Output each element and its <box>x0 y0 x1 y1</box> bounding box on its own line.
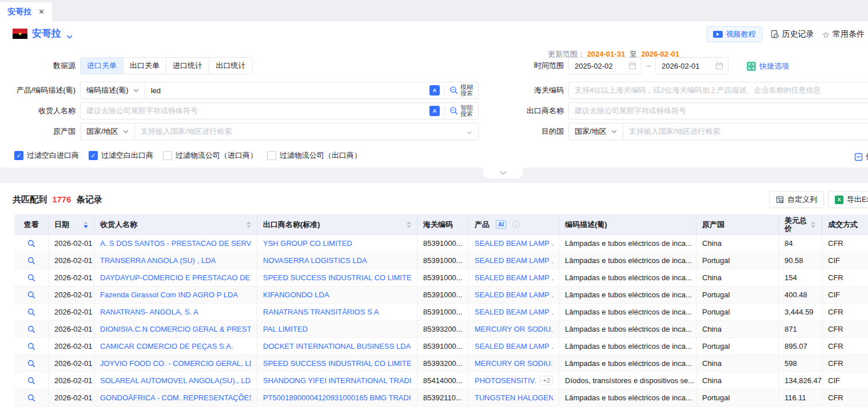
view-record-button[interactable] <box>27 291 35 299</box>
history-button[interactable]: 历史记录 <box>770 29 814 39</box>
consignee-link[interactable]: SOLAREAL AUTOMOVEL ANGOLA(SU)., LDA <box>100 376 251 385</box>
info-icon[interactable]: i <box>512 221 520 228</box>
exporter-input[interactable]: 建议去除公司尾部字符或特殊符号 <box>569 106 868 116</box>
quick-options-button[interactable]: 快捷选项 <box>747 61 789 71</box>
filter-checkbox-item[interactable]: ✓过滤空白出口商 <box>89 150 153 161</box>
angola-flag-icon: ★ <box>13 29 27 39</box>
save-condition-button[interactable]: 保存条件 <box>854 152 868 162</box>
date-cell: 2026-02-01 <box>49 355 94 372</box>
consignee-link[interactable]: Fazenda Girassol Com IND AGRO P LDA <box>100 290 238 299</box>
checkbox[interactable] <box>267 151 276 160</box>
exporter-cell: YSH GROUP CO LIMITED <box>257 235 417 252</box>
close-icon[interactable]: ✕ <box>38 7 45 16</box>
sort-control-exporter[interactable] <box>407 221 411 228</box>
destination-type-select[interactable]: 国家/地区 <box>569 124 623 140</box>
product-link[interactable]: SEALED BEAM LAMP ... <box>475 273 553 282</box>
product-link[interactable]: PHOTOSENSITIV... <box>475 376 536 385</box>
consignee-link[interactable]: JOYVIO FOOD CO. - COMERCIO GERAL, LDA <box>100 359 251 368</box>
translate-icon[interactable]: A <box>429 106 440 116</box>
origin-type-select[interactable]: 国家/地区 <box>81 124 135 140</box>
export-excel-button[interactable]: X 导出Excel <box>828 191 868 208</box>
product-cell: MERCURY OR SODIU... <box>469 321 559 337</box>
consignee-cell: RANATRANS- ANGOLA, S. A <box>94 304 257 320</box>
filter-checkbox-item[interactable]: 过滤物流公司（出口商） <box>267 150 361 161</box>
filter-checkbox-item[interactable]: 过滤物流公司（进口商） <box>163 150 257 161</box>
exporter-link[interactable]: PT50018900004120931000165 BMG TRADI... <box>263 393 411 402</box>
view-record-button[interactable] <box>27 325 35 333</box>
sort-control-consignee[interactable] <box>246 221 251 228</box>
product-link[interactable]: SEALED BEAM LAMP ... <box>475 308 553 316</box>
fuzzy-search-button[interactable]: 模糊搜索 <box>449 84 473 97</box>
destination-country-input[interactable]: 支持输入国家/地区进行检索 <box>623 126 868 137</box>
datasource-tab[interactable]: 进口关单 <box>81 58 124 74</box>
date-end-input[interactable]: 2026-02-01 <box>655 57 728 74</box>
favorites-button[interactable]: ☆ 常用条件 <box>822 29 865 39</box>
exporter-link[interactable]: SPEED SUCCESS INDUSTRIAL CO LIMITED <box>263 273 411 282</box>
date-cell: 2026-02-01 <box>49 235 94 252</box>
product-link[interactable]: MERCURY OR SODIU... <box>475 325 553 333</box>
origin-country-input[interactable]: 支持输入国家/地区进行检索 <box>135 126 467 137</box>
datasource-tabs: 进口关单出口关单进口统计出口统计 <box>80 57 253 74</box>
product-link[interactable]: SEALED BEAM LAMP ... <box>475 290 553 299</box>
view-record-button[interactable] <box>27 274 35 282</box>
col-hs-code: 海关编码 <box>417 214 469 234</box>
view-record-button[interactable] <box>27 240 35 248</box>
view-record-button[interactable] <box>27 394 35 402</box>
exporter-link[interactable]: DOCKET INTERNATIONAL BUSINESS LDA <box>263 342 411 351</box>
exporter-link[interactable]: NOVASERRA LOGISTICS LDA <box>263 256 367 265</box>
view-record-button[interactable] <box>27 360 35 368</box>
product-link[interactable]: SEALED BEAM LAMP ... <box>475 342 553 351</box>
consignee-link[interactable]: DIONISIA.C.N COMERCIO GERAL & PRESTA... <box>100 325 251 333</box>
exporter-link[interactable]: SPEED SUCCESS INDUSTRIAL CO LIMITED <box>263 359 411 368</box>
export-excel-label: 导出Excel <box>847 194 868 205</box>
filter-checkbox-item[interactable]: ✓过滤空白进口商 <box>14 150 79 161</box>
hs-code-input[interactable]: 支持4位以上海关编码，或2位海关编码加上产品描述、企业名称的任意信息 <box>569 85 868 95</box>
translate-icon[interactable]: A <box>429 85 440 95</box>
view-record-button[interactable] <box>27 308 35 316</box>
smart-search-button[interactable]: 智能搜索 <box>449 105 473 117</box>
consignee-link[interactable]: CAMICAR COMERCIO DE PEÇAS S.A. <box>100 342 233 351</box>
exporter-link[interactable]: KIFANGONDO LDA <box>263 290 329 299</box>
product-link[interactable]: TUNGSTEN HALOGEN... <box>475 393 553 402</box>
consignee-link[interactable]: DAYDAYUP-COMERCIO E PRESTACAO DE S... <box>100 273 251 282</box>
product-link[interactable]: MERCURY OR SODIU... <box>475 359 553 368</box>
product-field-select[interactable]: 编码描述(葡) <box>81 82 145 98</box>
view-record-button[interactable] <box>27 377 35 385</box>
consignee-link[interactable]: GONDOÁFRICA - COM. REPRESENTAÇÕES ... <box>100 393 251 402</box>
checkbox[interactable]: ✓ <box>14 151 23 160</box>
checkbox[interactable] <box>163 151 172 160</box>
chevron-down-icon[interactable] <box>66 32 73 41</box>
consignee-link[interactable]: RANATRANS- ANGOLA, S. A <box>100 308 198 316</box>
exporter-link[interactable]: YSH GROUP CO LIMITED <box>263 239 352 248</box>
consignee-link[interactable]: TRANSERRA ANGOLA (SU) , LDA <box>100 256 216 265</box>
sort-control-price[interactable] <box>811 221 815 228</box>
consignee-cell: CAMICAR COMERCIO DE PEÇAS S.A. <box>94 338 257 355</box>
sort-control-date[interactable] <box>83 221 88 228</box>
product-search-input[interactable]: led <box>145 86 429 95</box>
view-record-button[interactable] <box>27 343 35 351</box>
consignee-link[interactable]: A. S DOS SANTOS - PRESTACAO DE SERVIC... <box>100 239 251 248</box>
chevron-down-icon[interactable] <box>467 128 472 136</box>
tab-angola[interactable]: 安哥拉 ✕ <box>0 2 52 21</box>
product-more-badge[interactable]: +2 <box>540 376 553 385</box>
origin-country-label: 原产国 <box>0 123 75 140</box>
product-link[interactable]: SEALED BEAM LAMP ... <box>475 256 553 265</box>
customize-columns-button[interactable]: 自定义列 <box>769 191 824 208</box>
date-start-input[interactable]: 2025-02-02 <box>568 57 642 74</box>
video-tutorial-button[interactable]: 视频教程 <box>707 26 762 42</box>
view-cell <box>14 252 49 269</box>
col-total-price: 美元总价 <box>779 214 822 234</box>
view-record-button[interactable] <box>27 257 35 265</box>
product-link[interactable]: SEALED BEAM LAMP ... <box>475 239 553 248</box>
datasource-tab[interactable]: 出口统计 <box>209 58 252 74</box>
exporter-link[interactable]: RANATRANS TRANSITÁRIOS S A <box>263 308 379 316</box>
collapse-filters-button[interactable] <box>483 168 523 178</box>
datasource-tab[interactable]: 出口关单 <box>124 58 166 74</box>
country-title[interactable]: 安哥拉 <box>32 27 61 40</box>
consignee-input[interactable]: 建议去除公司尾部字符或特殊符号 <box>81 106 429 116</box>
checkbox[interactable]: ✓ <box>89 151 98 160</box>
exporter-link[interactable]: SHANDONG YIFEI INTERNATIONAL TRADIN... <box>263 376 411 385</box>
datasource-tab[interactable]: 进口统计 <box>166 58 209 74</box>
exporter-link[interactable]: PAL LIMITED <box>263 325 308 333</box>
table-row: 2026-02-01DIONISIA.C.N COMERCIO GERAL & … <box>14 321 868 338</box>
